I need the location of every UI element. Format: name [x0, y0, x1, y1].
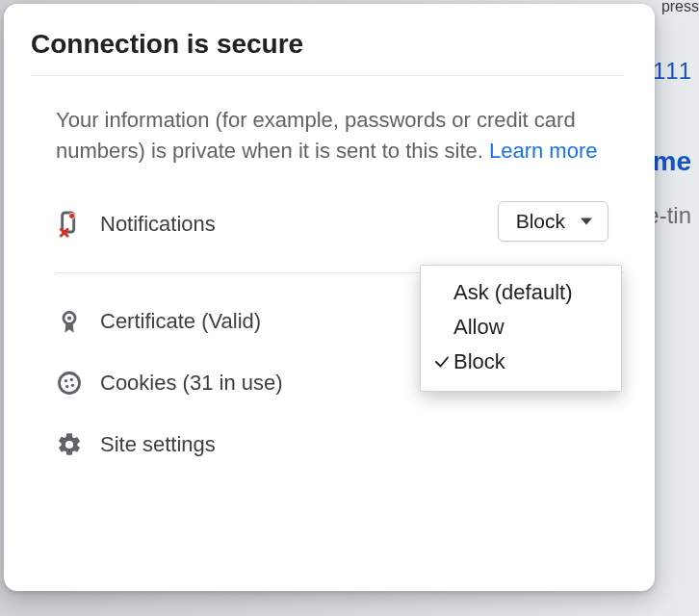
dropdown-option-allow[interactable]: Allow — [427, 310, 615, 345]
site-settings-row[interactable]: Site settings — [31, 414, 624, 475]
certificate-icon — [56, 308, 100, 335]
security-description: Your information (for example, passwords… — [56, 105, 612, 167]
notifications-select-wrap: Block Ask (default) Allow — [498, 201, 608, 242]
cookie-icon — [56, 370, 100, 397]
svg-point-8 — [65, 385, 68, 388]
background-tab-partial: press — [661, 0, 699, 15]
dropdown-option-ask-label: Ask (default) — [453, 280, 573, 305]
dropdown-option-block-label: Block — [453, 349, 505, 374]
popup-title: Connection is secure — [31, 29, 624, 60]
learn-more-link[interactable]: Learn more — [489, 139, 598, 163]
svg-point-7 — [71, 383, 74, 386]
permissions-section: Notifications Block Ask (default) — [31, 193, 624, 255]
chevron-down-icon — [581, 218, 592, 224]
site-settings-label: Site settings — [100, 432, 624, 457]
background-heading-partial: me — [653, 146, 699, 177]
svg-point-4 — [60, 372, 80, 393]
dropdown-option-allow-label: Allow — [453, 315, 505, 340]
svg-point-1 — [69, 213, 75, 218]
svg-point-5 — [65, 379, 67, 382]
notifications-blocked-icon — [56, 209, 100, 240]
check-icon — [430, 353, 453, 371]
dropdown-option-ask[interactable]: Ask (default) — [427, 275, 615, 310]
dropdown-option-block[interactable]: Block — [427, 345, 615, 379]
gear-icon — [56, 431, 100, 458]
notifications-select-value: Block — [516, 210, 565, 233]
svg-point-3 — [67, 316, 71, 320]
divider — [31, 75, 624, 76]
notifications-row: Notifications Block Ask (default) — [31, 193, 624, 255]
notifications-dropdown-menu: Ask (default) Allow Block — [420, 265, 622, 392]
svg-point-6 — [70, 378, 73, 381]
notifications-select[interactable]: Block — [498, 201, 608, 242]
site-info-popup: Connection is secure Your information (f… — [4, 4, 655, 591]
